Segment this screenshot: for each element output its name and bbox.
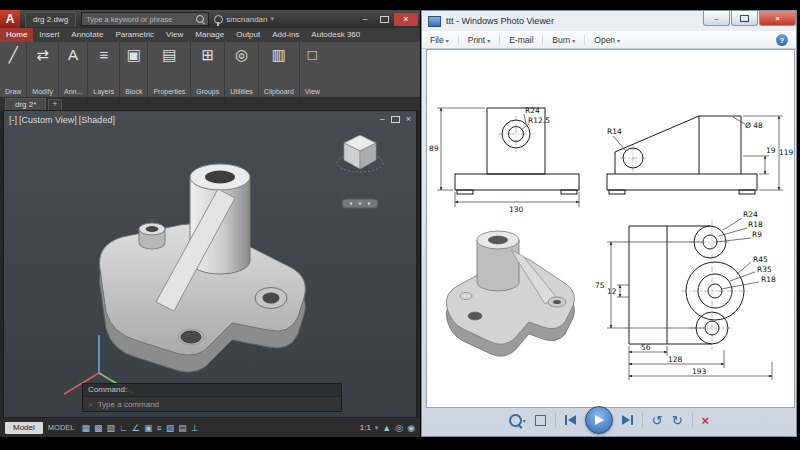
viewcube[interactable] bbox=[337, 135, 383, 172]
modify-icon: ⇄ bbox=[36, 46, 49, 63]
photo-viewer-window: ttt - Windows Photo Viewer – × File ▾ Pr… bbox=[421, 10, 797, 437]
rotate-ccw-button[interactable]: ↺ bbox=[652, 414, 663, 427]
menu-separator bbox=[584, 35, 585, 45]
scale-caret-icon[interactable]: ▾ bbox=[375, 424, 379, 432]
workspace-switching-icon[interactable]: ◎ bbox=[395, 423, 403, 433]
previous-button[interactable] bbox=[565, 415, 576, 425]
dim-top-w3: 193 bbox=[692, 367, 707, 376]
key-icon bbox=[214, 15, 223, 24]
isolate-objects-icon[interactable]: ◉ bbox=[407, 423, 415, 433]
menu-print[interactable]: Print ▾ bbox=[468, 35, 491, 45]
navigation-bar[interactable] bbox=[342, 199, 378, 208]
ribbon-panel-modify[interactable]: ⇄ Modify bbox=[27, 42, 59, 97]
viewport-restore-icon[interactable] bbox=[391, 116, 400, 123]
polar-tracking-icon[interactable]: ∠ bbox=[132, 423, 140, 433]
photo-viewer-menubar: File ▾ Print ▾ E-mail Burn ▾ Open ▾ ? bbox=[422, 31, 796, 49]
menu-print-label: Print bbox=[468, 35, 485, 45]
viewport-view-control[interactable]: [Custom View] bbox=[19, 115, 77, 125]
selection-cycling-icon[interactable]: ▤ bbox=[178, 423, 187, 433]
pv-minimize-button[interactable]: – bbox=[703, 11, 730, 26]
dim-front-r-inner: R12.5 bbox=[528, 116, 550, 125]
snap-icon[interactable]: ▩ bbox=[94, 423, 103, 433]
menu-separator bbox=[542, 35, 543, 45]
signin-caret-icon: ▾ bbox=[271, 15, 275, 23]
object-snap-icon[interactable]: ▣ bbox=[144, 423, 153, 433]
dim-top-height: 75 bbox=[595, 281, 605, 290]
ribbon-tab-manage[interactable]: Manage bbox=[189, 28, 230, 42]
ortho-icon[interactable]: ∟ bbox=[119, 423, 128, 433]
ribbon-tab-home[interactable]: Home bbox=[0, 28, 33, 42]
signin-area[interactable]: smcnandan ▾ bbox=[214, 15, 274, 24]
menu-burn[interactable]: Burn ▾ bbox=[552, 35, 575, 45]
ribbon-panel-layers[interactable]: ≡ Layers bbox=[88, 42, 120, 97]
minimize-button[interactable]: – bbox=[356, 13, 374, 26]
help-search-box[interactable]: Type a keyword or phrase bbox=[81, 12, 209, 26]
viewport-menu-control[interactable]: [-] bbox=[9, 115, 17, 125]
menu-open-label: Open bbox=[594, 35, 615, 45]
previous-icon bbox=[568, 415, 576, 425]
delete-button[interactable]: × bbox=[702, 413, 710, 428]
lineweight-icon[interactable]: ≡ bbox=[156, 423, 161, 433]
photo-viewer-titlebar: ttt - Windows Photo Viewer – × bbox=[422, 11, 796, 31]
ribbon-panel-draw[interactable]: ╱ Draw bbox=[0, 42, 27, 97]
annotation-scale-value[interactable]: 1:1 bbox=[360, 423, 371, 432]
model-viewport[interactable]: [-] [Custom View] [Shaded] – × bbox=[3, 110, 417, 418]
ribbon-tab-addins[interactable]: Add-ins bbox=[266, 28, 305, 42]
ribbon-panel-annotation[interactable]: A Ann... bbox=[59, 42, 88, 97]
pv-close-button[interactable]: × bbox=[759, 11, 796, 26]
model-layout-tab[interactable]: Model bbox=[5, 422, 43, 434]
photo-canvas: 89 130 R24 R12.5 bbox=[426, 49, 795, 408]
ribbon-panel-clipboard[interactable]: ▥ Clipboard bbox=[259, 42, 300, 97]
ribbon-panel-groups[interactable]: ⊞ Groups bbox=[191, 42, 225, 97]
help-icon[interactable]: ? bbox=[776, 34, 788, 46]
dim-top-r-corner: R24 bbox=[743, 210, 758, 219]
actual-size-button[interactable] bbox=[535, 415, 546, 426]
pv-maximize-button[interactable] bbox=[731, 11, 758, 26]
play-slideshow-button[interactable] bbox=[585, 406, 613, 434]
annotation-scale-icon[interactable]: ▲ bbox=[382, 423, 391, 433]
3d-model-canvas[interactable] bbox=[4, 111, 417, 418]
menu-file[interactable]: File ▾ bbox=[430, 35, 449, 45]
search-icon[interactable] bbox=[196, 15, 204, 23]
dim-side-diameter: Ø 48 bbox=[745, 121, 763, 130]
dynamic-ucs-icon[interactable]: ⊥ bbox=[191, 423, 199, 433]
properties-panel-label: Properties bbox=[153, 88, 185, 95]
ribbon-panel-block[interactable]: ▣ Block bbox=[120, 42, 148, 97]
rotate-cw-button[interactable]: ↻ bbox=[672, 414, 683, 427]
menu-open[interactable]: Open ▾ bbox=[594, 35, 620, 45]
menu-file-label: File bbox=[430, 35, 444, 45]
autocad-document-title: drg 2.dwg bbox=[25, 12, 76, 27]
dim-side-flange: 19 bbox=[766, 146, 776, 155]
zoom-caret-icon: ▾ bbox=[523, 417, 526, 424]
ribbon-panel-view[interactable]: □ View bbox=[300, 42, 325, 97]
viewport-close-icon[interactable]: × bbox=[406, 114, 411, 124]
ribbon-panel-utilities[interactable]: ◎ Utilities bbox=[225, 42, 259, 97]
ribbon-tab-parametric[interactable]: Parametric bbox=[109, 28, 160, 42]
ribbon-tab-annotate[interactable]: Annotate bbox=[65, 28, 109, 42]
menu-email-label: E-mail bbox=[509, 35, 533, 45]
close-button[interactable]: × bbox=[394, 13, 418, 26]
ribbon-tab-output[interactable]: Output bbox=[230, 28, 266, 42]
viewport-visual-style-control[interactable]: [Shaded] bbox=[79, 115, 115, 125]
zoom-icon bbox=[509, 414, 522, 427]
technical-drawing: 89 130 R24 R12.5 bbox=[427, 50, 794, 407]
infer-constraints-icon[interactable]: ▨ bbox=[107, 423, 116, 433]
ribbon-tab-view[interactable]: View bbox=[160, 28, 189, 42]
toolbar-separator bbox=[642, 412, 643, 428]
ribbon-panel-properties[interactable]: ▤ Properties bbox=[148, 42, 191, 97]
grid-icon[interactable]: ▦ bbox=[81, 423, 90, 433]
transparency-icon[interactable]: ▧ bbox=[166, 423, 175, 433]
shaded-3d-model bbox=[99, 164, 305, 372]
zoom-button[interactable]: ▾ bbox=[509, 414, 526, 427]
autocad-app-menu-icon[interactable]: A bbox=[0, 10, 20, 28]
ribbon-tab-insert[interactable]: Insert bbox=[33, 28, 65, 42]
view-panel-label: View bbox=[305, 88, 320, 95]
ribbon-tab-autodesk360[interactable]: Autodesk 360 bbox=[305, 28, 366, 42]
menu-email[interactable]: E-mail bbox=[509, 35, 533, 45]
command-line-window[interactable]: Command: > Type a command bbox=[82, 383, 342, 412]
dim-top-r-inner: R18 bbox=[761, 275, 776, 284]
maximize-button[interactable] bbox=[375, 13, 393, 26]
next-button[interactable] bbox=[622, 415, 633, 425]
viewport-minimize-icon[interactable]: – bbox=[380, 114, 385, 124]
command-input[interactable]: > Type a command bbox=[83, 396, 341, 411]
